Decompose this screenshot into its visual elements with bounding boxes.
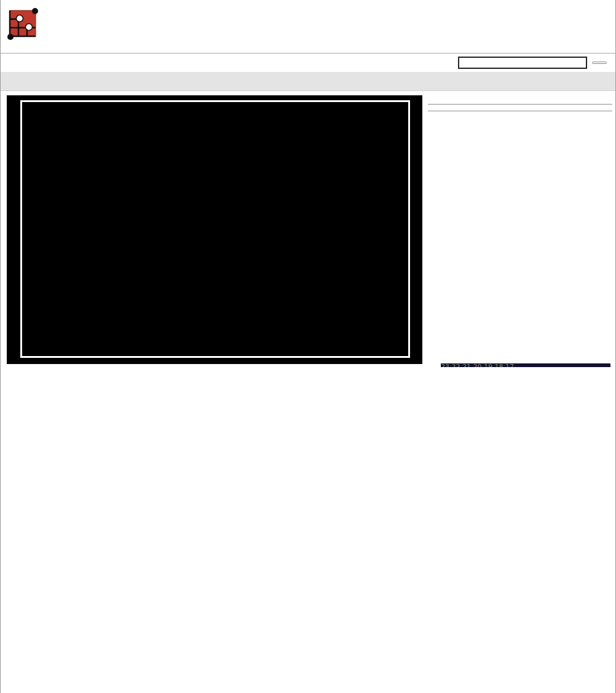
breadcrumb — [1, 72, 615, 91]
main-nav — [1, 53, 615, 73]
search-input[interactable] — [458, 57, 587, 69]
constellation-zoom-map — [441, 207, 610, 363]
astrometry-logo-icon — [4, 5, 40, 46]
divider — [428, 111, 612, 111]
search-button[interactable] — [592, 61, 607, 64]
nav-search-area — [1, 53, 615, 72]
annotation-circles — [7, 95, 422, 364]
divider — [428, 104, 612, 105]
astrometry-logo[interactable] — [4, 5, 41, 46]
sidebar: 23 22 21 20 19 18 17 — [428, 98, 612, 367]
astrometry-page: 23 22 21 20 19 18 17 — [0, 0, 616, 693]
annotated-sky-image[interactable] — [7, 95, 422, 364]
allsky-location-map — [441, 126, 598, 203]
next-map-sliver: 23 22 21 20 19 18 17 — [441, 363, 610, 367]
